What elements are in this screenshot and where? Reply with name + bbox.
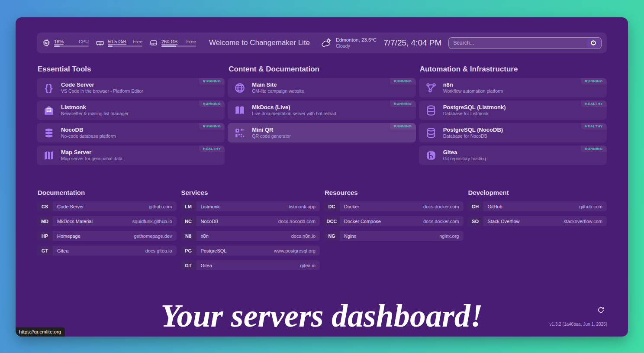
bookmark-github[interactable]: GHGitHubgithub.com <box>467 201 607 211</box>
service-card-n8n[interactable]: n8nWorkflow automation platform RUNNING <box>419 78 607 97</box>
bookmark-abbr: MD <box>37 216 53 226</box>
map-icon <box>43 150 55 161</box>
service-name: Mini QR <box>252 126 290 133</box>
service-card-mini-qr[interactable]: Mini QRQR code generator RUNNING <box>228 123 415 142</box>
bookmark-docker[interactable]: DCDockerdocs.docker.com <box>324 201 464 211</box>
bookmark-name: Gitea <box>201 263 212 268</box>
service-card-mkdocs-live[interactable]: MkDocs (Live)Live documentation server w… <box>228 100 415 120</box>
memory-value: 50.5 GiB <box>108 39 126 44</box>
service-description: No-code database platform <box>61 133 116 139</box>
service-description: Database for NocoDB <box>443 133 503 139</box>
bookmark-gitea[interactable]: GTGiteagitea.io <box>180 260 320 270</box>
search-input[interactable] <box>448 37 602 49</box>
status-badge: RUNNING <box>199 100 225 107</box>
group-title: Content & Documentation <box>229 65 415 74</box>
weather-condition: Cloudy <box>336 43 377 49</box>
service-name: NocoDB <box>61 126 116 133</box>
dashboard-panel: 16%CPU 50.5 GiBFree 260 GBFree Welcome t… <box>16 17 628 337</box>
database-icon <box>43 127 55 139</box>
bookmark-mkdocs-material[interactable]: MDMkDocs Materialsquidfunk.github.io <box>37 216 177 226</box>
status-badge: RUNNING <box>390 123 416 130</box>
weather-widget[interactable]: Edmonton, 23.6°C Cloudy <box>321 37 377 49</box>
bookmark-abbr: CS <box>37 201 53 211</box>
bookmark-url: gitea.io <box>300 263 316 268</box>
bookmark-name: Homepage <box>57 233 80 239</box>
service-name: Main Site <box>252 81 304 88</box>
service-card-gitea[interactable]: GiteaGit repository hosting RUNNING <box>419 146 607 165</box>
bookmark-group-services: Services LMListmonklistmonk.app NCNocoDB… <box>180 189 320 275</box>
bookmark-group-title: Resources <box>325 189 464 196</box>
memory-label: Free <box>132 39 142 44</box>
service-name: MkDocs (Live) <box>252 104 336 111</box>
status-badge: HEALTHY <box>199 146 225 152</box>
envelope-icon <box>43 105 55 116</box>
version-text: v1.3.2 (1a46baa, Jun 1, 2025) <box>550 322 607 327</box>
search-container <box>448 37 602 49</box>
service-card-main-site[interactable]: Main SiteCM-lite campaign website RUNNIN… <box>228 78 415 97</box>
bookmark-n8n[interactable]: N8n8ndocs.n8n.io <box>180 231 320 241</box>
greeting-text: Welcome to Changemaker Lite <box>209 39 310 47</box>
bookmark-url: docs.nocodb.com <box>278 219 316 224</box>
disk-widget: 260 GBFree <box>149 39 196 47</box>
service-card-postgresql-listmonk[interactable]: PostgreSQL (Listmonk)Database for Listmo… <box>419 100 607 120</box>
sun-cloud-icon <box>321 37 332 49</box>
service-card-code-server[interactable]: {} Code ServerVS Code in the browser - P… <box>37 78 225 97</box>
bookmark-abbr: NG <box>324 231 340 241</box>
bookmark-gitea-docs[interactable]: GTGiteadocs.gitea.io <box>37 246 177 256</box>
service-description: Workflow automation platform <box>443 88 503 94</box>
bookmark-abbr: LM <box>180 201 196 211</box>
book-icon <box>234 105 246 116</box>
service-description: QR code generator <box>252 133 290 139</box>
service-group-automation-infrastructure: Automation & Infrastructure n8nWorkflow … <box>419 65 607 168</box>
service-description: CM-lite campaign website <box>252 88 304 94</box>
bookmark-name: NocoDB <box>201 219 219 224</box>
bookmark-docker-compose[interactable]: DCCDocker Composedocs.docker.com <box>324 216 464 226</box>
bookmark-group-title: Services <box>181 189 320 196</box>
bookmark-homepage[interactable]: HPHomepagegethomepage.dev <box>37 231 177 241</box>
bookmark-name: PostgreSQL <box>201 248 227 253</box>
bookmark-listmonk[interactable]: LMListmonklistmonk.app <box>180 201 320 211</box>
status-badge: RUNNING <box>199 123 225 130</box>
service-card-map-server[interactable]: Map ServerMap server for geospatial data… <box>37 146 225 165</box>
weather-location-temp: Edmonton, 23.6°C <box>336 37 377 43</box>
status-badge: HEALTHY <box>581 100 607 107</box>
service-card-postgresql-nocodb[interactable]: PostgreSQL (NocoDB)Database for NocoDB H… <box>419 123 607 142</box>
memory-icon <box>96 39 104 47</box>
status-badge: RUNNING <box>390 100 416 107</box>
cpu-icon <box>42 39 51 47</box>
bookmark-code-server[interactable]: CSCode Servergithub.com <box>37 201 177 211</box>
status-badge: RUNNING <box>581 78 607 84</box>
memory-progress <box>108 45 142 47</box>
bookmark-url: stackoverflow.com <box>564 219 602 224</box>
service-description: Git repository hosting <box>443 156 486 162</box>
bookmark-nocodb[interactable]: NCNocoDBdocs.nocodb.com <box>180 216 320 226</box>
refresh-icon <box>597 306 605 314</box>
group-title: Automation & Infrastructure <box>420 65 607 74</box>
status-badge: RUNNING <box>581 146 607 152</box>
bookmark-abbr: DC <box>324 201 340 211</box>
search-provider-button[interactable] <box>586 39 600 48</box>
bookmark-name: MkDocs Material <box>57 219 93 224</box>
bookmark-name: GitHub <box>488 204 502 209</box>
bookmark-group-documentation: Documentation CSCode Servergithub.com MD… <box>37 189 177 260</box>
status-badge: RUNNING <box>199 78 225 84</box>
bookmark-stack-overflow[interactable]: SOStack Overflowstackoverflow.com <box>467 216 607 226</box>
bookmark-nginx[interactable]: NGNginxnginx.org <box>324 231 464 241</box>
bookmark-name: Docker Compose <box>344 219 381 224</box>
service-card-nocodb[interactable]: NocoDBNo-code database platform RUNNING <box>37 123 225 142</box>
bookmark-abbr: GH <box>467 201 483 211</box>
globe-icon <box>234 82 246 94</box>
disk-value: 260 GB <box>161 39 177 44</box>
cpu-value: 16% <box>54 39 64 44</box>
bookmark-url: docs.gitea.io <box>145 248 172 253</box>
disk-icon <box>149 39 158 47</box>
bookmark-url: docs.docker.com <box>423 219 459 224</box>
bookmark-url: www.postgresql.org <box>274 248 316 253</box>
bookmark-abbr: N8 <box>180 231 196 241</box>
service-description: Newsletter & mailing list manager <box>61 111 129 117</box>
service-card-listmonk[interactable]: ListmonkNewsletter & mailing list manage… <box>37 100 225 120</box>
bookmark-postgresql[interactable]: PGPostgreSQLwww.postgresql.org <box>180 246 320 256</box>
bookmark-url: github.com <box>579 204 602 209</box>
service-name: PostgreSQL (Listmonk) <box>443 104 506 111</box>
refresh-button[interactable] <box>597 306 605 315</box>
